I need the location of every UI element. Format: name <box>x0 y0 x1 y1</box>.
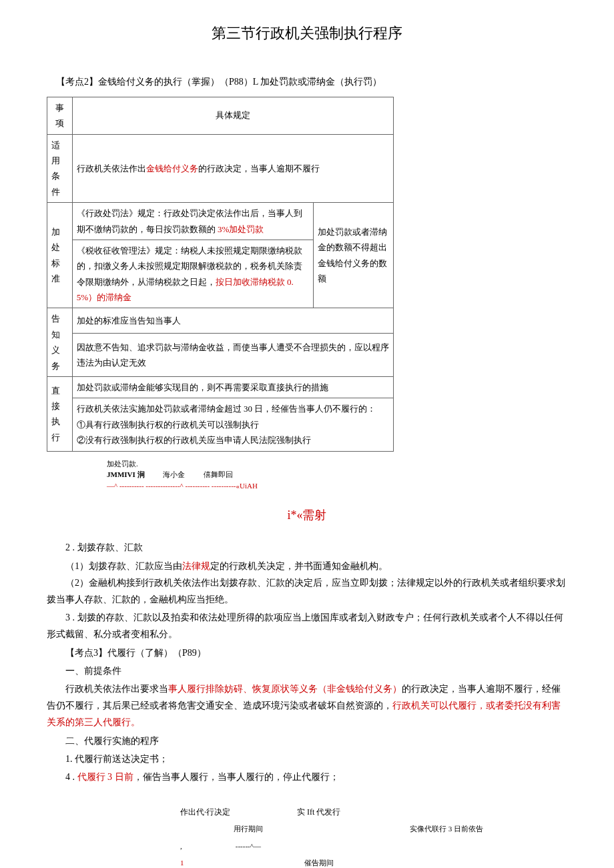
kaodian3-step1: 1. 代履行前送达决定书； <box>47 751 567 767</box>
bottom-row4: 1 催告期间 <box>180 857 567 868</box>
cell-standard-1: 《行政处罚法》规定：行政处罚决定依法作出后，当事人到期不缴纳罚款的，每日按罚款数… <box>72 203 313 240</box>
table-row: 行政机关依法实施加处罚款或者滞纳金超过 30 日，经催告当事人仍不履行的： ①具… <box>47 398 394 451</box>
cell-standard-2: 《税收征收管理法》规定：纳税人未按照规定期限缴纳税款的，扣缴义务人未按照规定期限… <box>72 240 313 308</box>
text-bold: JMMIVI 涧 <box>107 470 145 478</box>
text: 海小金 <box>163 470 185 478</box>
header-col1: 事项 <box>47 97 73 134</box>
kaodian3-sub2: 二、代履行实施的程序 <box>47 733 567 749</box>
text: 僖舞即回 <box>204 470 233 478</box>
text: 的行政决定，当事人逾期不履行 <box>198 163 320 173</box>
text: ①具有行政强制执行权的行政机关可以强制执行 <box>77 417 389 432</box>
center-red-label: i*«需射 <box>47 504 567 526</box>
table-header-row: 事项 具体规定 <box>47 97 394 134</box>
text: 实像代联行 3 日前依告 <box>410 823 483 836</box>
section2-p3: （2）金融机构接到行政机关依法作出划拨存款、汇款的决定后，应当立即划拨；法律规定… <box>47 574 567 608</box>
text: 定的行政机关决定，并书面通知金融机构。 <box>210 561 388 571</box>
small-line3: —^ ---------- --------------^ ----------… <box>107 480 567 492</box>
text: 行政机关依法作出 <box>77 163 146 173</box>
cell-inform-2: 因故意不告知、追求罚款与滞纳金收益，而使当事人遭受不合理损失的，应以程序违法为由… <box>72 334 393 377</box>
section2-p2: （1）划拨存款、汇款应当由法律规定的行政机关决定，并书面通知金融机构。 <box>47 558 567 574</box>
table-row: 直接执行 加处罚款或滞纳金能够实现目的，则不再需要采取直接执行的措施 <box>47 377 394 398</box>
text: 用行期间 <box>234 823 263 836</box>
kaodian3-sub1: 一、前提条件 <box>47 663 567 679</box>
bottom-row2: 用行期间 实像代联行 3 日前依告 <box>180 823 567 836</box>
cell-standard-right: 加处罚款或者滞纳金的数额不得超出金钱给付义务的数额 <box>314 203 394 308</box>
cell-scope-content: 行政机关依法作出金钱给付义务的行政决定，当事人逾期不履行 <box>72 134 393 203</box>
table-row: 适用条件 行政机关依法作出金钱给付义务的行政决定，当事人逾期不履行 <box>47 134 394 203</box>
table-row: 加处标准 《行政处罚法》规定：行政处罚决定依法作出后，当事人到期不缴纳罚款的，每… <box>47 203 394 240</box>
table-row: 告知义务 加处的标准应当告知当事人 <box>47 308 394 334</box>
text: 加处罚款. <box>107 460 138 468</box>
header-col2: 具体规定 <box>72 97 393 134</box>
cell-inform-1: 加处的标准应当告知当事人 <box>72 308 393 334</box>
section2-p4: 3 . 划拨的存款、汇款以及拍卖和依法处理所得的款项应当上缴国库或者划入财政专户… <box>47 609 567 642</box>
text: ，催告当事人履行，当事人履行的，停止代履行； <box>133 772 339 782</box>
small-line1: 加处罚款. <box>107 458 567 470</box>
small-caption: 加处罚款. JMMIVI 涧 海小金 僖舞即回 —^ ---------- --… <box>107 458 567 492</box>
section2-p1: 2 . 划拨存款、汇款 <box>47 539 567 556</box>
cell-standard: 加处标准 <box>47 203 73 308</box>
text: 催告期间 <box>304 857 334 868</box>
kaodian3-step2: 4 . 代履行 3 日前，催告当事人履行，当事人履行的，停止代履行； <box>47 769 567 785</box>
text-red: 3%加处罚款 <box>218 224 264 234</box>
text-red: 代履行 3 日前 <box>77 772 133 782</box>
text: 行政机关依法实施加处罚款或者滞纳金超过 30 日，经催告当事人仍不履行的： <box>77 401 389 416</box>
text: 行政机关依法作出要求当 <box>65 684 168 694</box>
text: ------^— <box>236 840 261 853</box>
bottom-diagram: 作出代·行决定 实 Ift 代发行 用行期间 实像代联行 3 日前依告 , --… <box>180 805 567 868</box>
cell-direct: 直接执行 <box>47 377 73 452</box>
text: , <box>180 840 182 853</box>
kaodian2-table: 事项 具体规定 适用条件 行政机关依法作出金钱给付义务的行政决定，当事人逾期不履… <box>47 97 394 452</box>
text: （1）划拨存款、汇款应当由 <box>65 561 182 571</box>
kaodian3-p1: 行政机关依法作出要求当事人履行排除妨碍、恢复原状等义务（非金钱给付义务）的行政决… <box>47 681 567 731</box>
table-row: 因故意不告知、追求罚款与滞纳金收益，而使当事人遭受不合理损失的，应以程序违法为由… <box>47 334 394 377</box>
text-red: 法律规 <box>182 561 210 571</box>
cell-scope: 适用条件 <box>47 134 73 203</box>
bottom-row1: 作出代·行决定 实 Ift 代发行 <box>180 805 567 820</box>
kaodian2-heading: 【考点2】金钱给付义务的执行（掌握）（P88）L 加处罚款或滞纳金（执行罚） <box>47 73 567 90</box>
small-line2: JMMIVI 涧 海小金 僖舞即回 <box>107 469 567 480</box>
text: 作出代·行决定 <box>180 805 230 820</box>
cell-inform: 告知义务 <box>47 308 73 377</box>
text-red: 事人履行排除妨碍、恢复原状等义务（非金钱给付义务） <box>168 684 402 694</box>
cell-direct-1: 加处罚款或滞纳金能够实现目的，则不再需要采取直接执行的措施 <box>72 377 393 398</box>
text-red: 金钱给付义务 <box>146 163 198 173</box>
text: 实 Ift 代发行 <box>297 805 340 820</box>
text: ②没有行政强制执行权的行政机关应当申请人民法院强制执行 <box>77 432 389 448</box>
text: 《行政处罚法》规定：行政处罚决定依法作出后，当事人到期不缴纳罚款的，每日按罚款数… <box>77 208 302 234</box>
cell-direct-2: 行政机关依法实施加处罚款或者滞纳金超过 30 日，经催告当事人仍不履行的： ①具… <box>72 398 393 451</box>
text-red: 1 <box>180 857 184 868</box>
bottom-row3: , ------^— <box>180 840 567 853</box>
page-title: 第三节行政机关强制执行程序 <box>47 20 567 47</box>
text: 4 . <box>65 772 77 782</box>
kaodian3-heading: 【考点3】代履行（了解）（P89） <box>47 644 567 661</box>
